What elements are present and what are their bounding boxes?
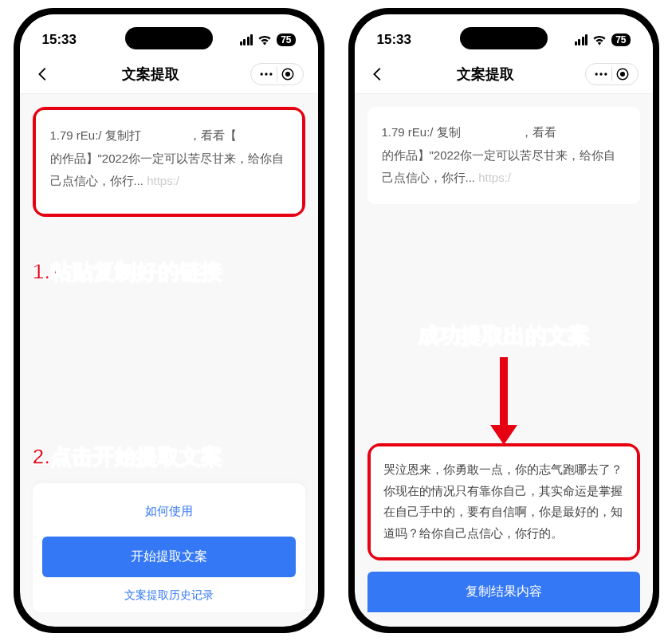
signal-icon	[575, 34, 588, 45]
annotation-step1: 1.粘贴复制好的链接	[33, 258, 223, 286]
back-icon[interactable]	[34, 65, 52, 83]
content-area: 1.79 rEu:/ 复制 ，看看 的作品】"2022你一定可以苦尽甘来，给你自…	[355, 94, 653, 217]
battery-icon: 75	[611, 33, 630, 46]
link-input[interactable]: 1.79 rEu:/ 复制 ，看看 的作品】"2022你一定可以苦尽甘来，给你自…	[367, 107, 640, 204]
svg-point-6	[599, 73, 602, 75]
svg-point-7	[604, 73, 607, 75]
screen-left: 15:33 75 文案提取 1.79 rEu:/ 复制打 ，看看【 的作品】"2…	[20, 14, 318, 627]
status-time: 15:33	[42, 32, 77, 48]
signal-icon	[240, 34, 253, 45]
screen-right: 15:33 75 文案提取 1.79 rEu:/ 复制 ，看看 的作品】"202…	[355, 14, 653, 627]
copy-result-button[interactable]: 复制结果内容	[367, 572, 640, 612]
phone-right: 15:33 75 文案提取 1.79 rEu:/ 复制 ，看看 的作品】"202…	[348, 8, 659, 633]
back-icon[interactable]	[369, 65, 387, 83]
status-icons: 75	[575, 33, 631, 46]
nav-bar: 文案提取	[355, 54, 653, 94]
link-input[interactable]: 1.79 rEu:/ 复制打 ，看看【 的作品】"2022你一定可以苦尽甘来，给…	[36, 110, 302, 214]
battery-icon: 75	[277, 33, 295, 46]
wifi-icon	[592, 34, 607, 45]
more-icon[interactable]	[591, 66, 611, 82]
svg-point-9	[620, 72, 625, 77]
page-title: 文案提取	[122, 65, 179, 84]
svg-point-5	[595, 73, 597, 75]
annotation-step2: 2.点击开始提取文案	[33, 442, 223, 471]
bottom-area: 哭泣恩来，你勇敢一点，你的志气跑哪去了？你现在的情况只有靠你自己，其实命运是掌握…	[367, 443, 640, 612]
input-url: https:/	[478, 171, 511, 184]
arrow-down-icon	[488, 357, 520, 445]
capsule-button	[585, 63, 639, 85]
how-to-link[interactable]: 如何使用	[42, 493, 296, 530]
input-url: https:/	[147, 174, 179, 187]
status-time: 15:33	[377, 32, 411, 48]
start-extract-button[interactable]: 开始提取文案	[42, 537, 296, 577]
more-icon[interactable]	[256, 66, 277, 82]
target-icon[interactable]	[612, 67, 633, 81]
notch	[125, 27, 213, 49]
extracted-text[interactable]: 哭泣恩来，你勇敢一点，你的志气跑哪去了？你现在的情况只有靠你自己，其实命运是掌握…	[371, 446, 637, 557]
wifi-icon	[257, 34, 272, 45]
content-area: 1.79 rEu:/ 复制打 ，看看【 的作品】"2022你一定可以苦尽甘来，给…	[20, 94, 318, 230]
svg-point-0	[260, 73, 262, 75]
svg-point-1	[265, 73, 267, 75]
annotation-result: 成功提取出的文案	[418, 321, 590, 350]
svg-point-2	[269, 73, 272, 75]
history-link[interactable]: 文案提取历史记录	[42, 577, 296, 603]
notch	[460, 27, 548, 49]
svg-point-4	[285, 72, 290, 77]
target-icon[interactable]	[277, 67, 298, 81]
phone-left: 15:33 75 文案提取 1.79 rEu:/ 复制打 ，看看【 的作品】"2…	[14, 8, 324, 633]
input-highlight: 1.79 rEu:/ 复制打 ，看看【 的作品】"2022你一定可以苦尽甘来，给…	[33, 107, 305, 217]
svg-marker-11	[490, 425, 517, 445]
page-title: 文案提取	[457, 65, 514, 84]
nav-bar: 文案提取	[20, 54, 318, 94]
status-icons: 75	[240, 33, 296, 46]
result-highlight: 哭泣恩来，你勇敢一点，你的志气跑哪去了？你现在的情况只有靠你自己，其实命运是掌握…	[367, 443, 640, 560]
bottom-panel: 如何使用 开始提取文案 文案提取历史记录	[33, 483, 305, 612]
capsule-button	[250, 63, 304, 85]
